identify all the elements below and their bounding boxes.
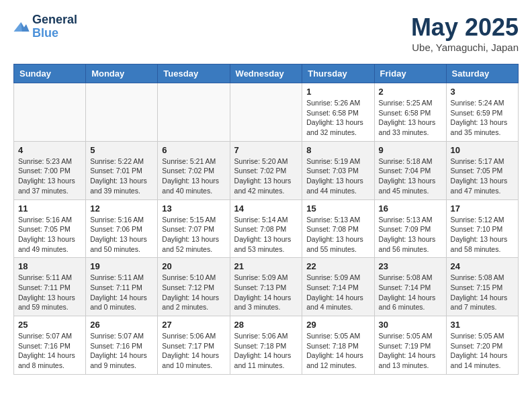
day-number: 29	[306, 320, 369, 330]
svg-marker-1	[21, 22, 29, 32]
calendar-day-cell: 25Sunrise: 5:07 AM Sunset: 7:16 PM Dayli…	[14, 316, 86, 375]
day-number: 4	[18, 145, 81, 155]
page-header: General Blue May 2025 Ube, Yamaguchi, Ja…	[13, 13, 519, 53]
day-content: Sunrise: 5:08 AM Sunset: 7:14 PM Dayligh…	[379, 273, 442, 312]
weekday-header-wednesday: Wednesday	[230, 64, 302, 83]
day-content: Sunrise: 5:16 AM Sunset: 7:06 PM Dayligh…	[90, 215, 153, 255]
calendar-day-cell: 31Sunrise: 5:05 AM Sunset: 7:20 PM Dayli…	[446, 316, 518, 375]
calendar-table: SundayMondayTuesdayWednesdayThursdayFrid…	[13, 64, 519, 375]
day-content: Sunrise: 5:20 AM Sunset: 7:02 PM Dayligh…	[234, 156, 298, 196]
day-number: 14	[234, 203, 298, 214]
calendar-day-cell: 8Sunrise: 5:19 AM Sunset: 7:03 PM Daylig…	[302, 141, 374, 199]
calendar-day-cell: 21Sunrise: 5:09 AM Sunset: 7:13 PM Dayli…	[230, 258, 302, 316]
day-number: 26	[90, 320, 153, 330]
day-number: 5	[90, 145, 153, 155]
day-number: 31	[451, 320, 514, 330]
location: Ube, Yamaguchi, Japan	[411, 42, 519, 53]
calendar-week-3: 11Sunrise: 5:16 AM Sunset: 7:05 PM Dayli…	[14, 199, 519, 258]
calendar-day-cell: 24Sunrise: 5:08 AM Sunset: 7:15 PM Dayli…	[446, 258, 518, 316]
day-content: Sunrise: 5:11 AM Sunset: 7:11 PM Dayligh…	[90, 273, 153, 312]
month-title: May 2025	[411, 13, 519, 42]
calendar-day-cell: 30Sunrise: 5:05 AM Sunset: 7:19 PM Dayli…	[374, 316, 446, 375]
day-number: 6	[162, 145, 225, 155]
calendar-day-cell: 5Sunrise: 5:22 AM Sunset: 7:01 PM Daylig…	[86, 141, 158, 199]
calendar-week-4: 18Sunrise: 5:11 AM Sunset: 7:11 PM Dayli…	[14, 258, 519, 316]
calendar-day-cell	[86, 83, 158, 142]
day-number: 12	[90, 203, 153, 214]
day-number: 28	[234, 320, 298, 330]
weekday-header-monday: Monday	[86, 64, 158, 83]
calendar-day-cell: 28Sunrise: 5:06 AM Sunset: 7:18 PM Dayli…	[230, 316, 302, 375]
day-number: 27	[162, 320, 225, 330]
day-number: 9	[379, 145, 442, 155]
day-number: 2	[379, 87, 442, 97]
day-content: Sunrise: 5:13 AM Sunset: 7:08 PM Dayligh…	[306, 215, 369, 255]
weekday-header-row: SundayMondayTuesdayWednesdayThursdayFrid…	[14, 64, 519, 83]
day-number: 3	[451, 87, 514, 97]
day-number: 24	[451, 261, 514, 271]
day-number: 8	[306, 145, 369, 155]
day-number: 11	[18, 203, 81, 214]
weekday-header-friday: Friday	[374, 64, 446, 83]
calendar-day-cell: 23Sunrise: 5:08 AM Sunset: 7:14 PM Dayli…	[374, 258, 446, 316]
calendar-day-cell: 1Sunrise: 5:26 AM Sunset: 6:58 PM Daylig…	[302, 83, 374, 142]
day-content: Sunrise: 5:06 AM Sunset: 7:17 PM Dayligh…	[162, 331, 225, 371]
day-content: Sunrise: 5:16 AM Sunset: 7:05 PM Dayligh…	[18, 215, 81, 255]
calendar-day-cell: 14Sunrise: 5:14 AM Sunset: 7:08 PM Dayli…	[230, 199, 302, 258]
logo-icon	[13, 20, 30, 34]
day-number: 22	[306, 261, 369, 271]
day-number: 7	[234, 145, 298, 155]
calendar-day-cell: 19Sunrise: 5:11 AM Sunset: 7:11 PM Dayli…	[86, 258, 158, 316]
day-content: Sunrise: 5:22 AM Sunset: 7:01 PM Dayligh…	[90, 156, 153, 196]
calendar-day-cell: 7Sunrise: 5:20 AM Sunset: 7:02 PM Daylig…	[230, 141, 302, 199]
calendar-day-cell: 12Sunrise: 5:16 AM Sunset: 7:06 PM Dayli…	[86, 199, 158, 258]
day-number: 19	[90, 261, 153, 271]
day-number: 13	[162, 203, 225, 214]
day-content: Sunrise: 5:10 AM Sunset: 7:12 PM Dayligh…	[162, 273, 225, 312]
calendar-day-cell: 16Sunrise: 5:13 AM Sunset: 7:09 PM Dayli…	[374, 199, 446, 258]
calendar-day-cell: 11Sunrise: 5:16 AM Sunset: 7:05 PM Dayli…	[14, 199, 86, 258]
calendar-day-cell: 10Sunrise: 5:17 AM Sunset: 7:05 PM Dayli…	[446, 141, 518, 199]
day-content: Sunrise: 5:11 AM Sunset: 7:11 PM Dayligh…	[18, 273, 81, 312]
calendar-day-cell: 4Sunrise: 5:23 AM Sunset: 7:00 PM Daylig…	[14, 141, 86, 199]
day-content: Sunrise: 5:09 AM Sunset: 7:14 PM Dayligh…	[306, 273, 369, 312]
weekday-header-tuesday: Tuesday	[158, 64, 230, 83]
calendar-day-cell: 26Sunrise: 5:07 AM Sunset: 7:16 PM Dayli…	[86, 316, 158, 375]
calendar-day-cell	[14, 83, 86, 142]
day-number: 30	[379, 320, 442, 330]
day-content: Sunrise: 5:23 AM Sunset: 7:00 PM Dayligh…	[18, 156, 81, 196]
day-content: Sunrise: 5:14 AM Sunset: 7:08 PM Dayligh…	[234, 215, 298, 255]
day-number: 20	[162, 261, 225, 271]
day-content: Sunrise: 5:08 AM Sunset: 7:15 PM Dayligh…	[451, 273, 514, 312]
calendar-day-cell: 18Sunrise: 5:11 AM Sunset: 7:11 PM Dayli…	[14, 258, 86, 316]
day-number: 17	[451, 203, 514, 214]
calendar-week-2: 4Sunrise: 5:23 AM Sunset: 7:00 PM Daylig…	[14, 141, 519, 199]
day-number: 18	[18, 261, 81, 271]
day-content: Sunrise: 5:13 AM Sunset: 7:09 PM Dayligh…	[379, 215, 442, 255]
day-content: Sunrise: 5:06 AM Sunset: 7:18 PM Dayligh…	[234, 331, 298, 371]
day-content: Sunrise: 5:05 AM Sunset: 7:19 PM Dayligh…	[379, 331, 442, 371]
day-number: 16	[379, 203, 442, 214]
day-content: Sunrise: 5:09 AM Sunset: 7:13 PM Dayligh…	[234, 273, 298, 312]
calendar-day-cell: 13Sunrise: 5:15 AM Sunset: 7:07 PM Dayli…	[158, 199, 230, 258]
calendar-day-cell: 15Sunrise: 5:13 AM Sunset: 7:08 PM Dayli…	[302, 199, 374, 258]
weekday-header-sunday: Sunday	[14, 64, 86, 83]
day-content: Sunrise: 5:15 AM Sunset: 7:07 PM Dayligh…	[162, 215, 225, 255]
day-number: 1	[306, 87, 369, 97]
weekday-header-saturday: Saturday	[446, 64, 518, 83]
calendar-day-cell	[158, 83, 230, 142]
day-number: 25	[18, 320, 81, 330]
day-content: Sunrise: 5:05 AM Sunset: 7:20 PM Dayligh…	[451, 331, 514, 371]
day-content: Sunrise: 5:07 AM Sunset: 7:16 PM Dayligh…	[90, 331, 153, 371]
calendar-week-5: 25Sunrise: 5:07 AM Sunset: 7:16 PM Dayli…	[14, 316, 519, 375]
calendar-day-cell: 27Sunrise: 5:06 AM Sunset: 7:17 PM Dayli…	[158, 316, 230, 375]
title-block: May 2025 Ube, Yamaguchi, Japan	[411, 13, 519, 53]
day-content: Sunrise: 5:05 AM Sunset: 7:18 PM Dayligh…	[306, 331, 369, 371]
day-content: Sunrise: 5:26 AM Sunset: 6:58 PM Dayligh…	[306, 98, 369, 138]
day-content: Sunrise: 5:24 AM Sunset: 6:59 PM Dayligh…	[451, 98, 514, 138]
logo-text: General Blue	[32, 13, 77, 40]
calendar-day-cell: 20Sunrise: 5:10 AM Sunset: 7:12 PM Dayli…	[158, 258, 230, 316]
calendar-day-cell: 22Sunrise: 5:09 AM Sunset: 7:14 PM Dayli…	[302, 258, 374, 316]
day-number: 15	[306, 203, 369, 214]
day-content: Sunrise: 5:17 AM Sunset: 7:05 PM Dayligh…	[451, 156, 514, 196]
